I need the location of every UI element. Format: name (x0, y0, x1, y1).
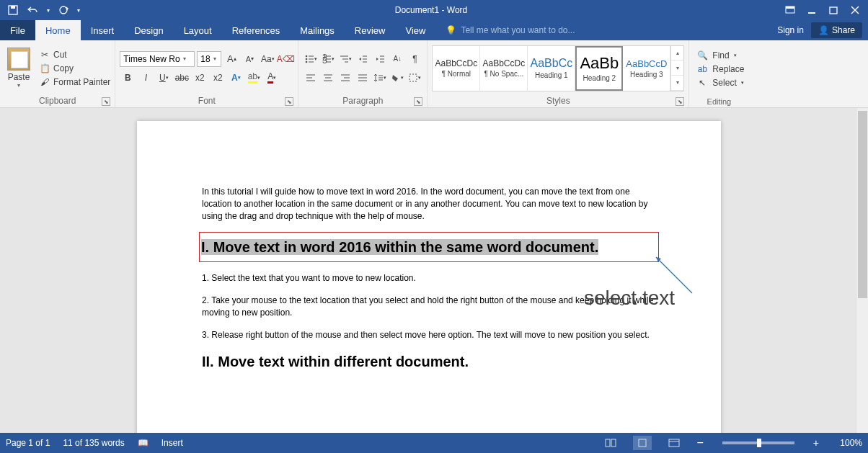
underline-button[interactable]: U▾ (156, 70, 172, 86)
text-effects-button[interactable]: A▾ (228, 70, 244, 86)
cut-button[interactable]: ✂Cut (39, 49, 110, 60)
align-right-button[interactable] (337, 70, 353, 86)
tell-me-search[interactable]: 💡 Tell me what you want to do... (435, 20, 575, 40)
style-item-2[interactable]: AaBbCcHeading 1 (528, 46, 575, 91)
spellcheck-icon[interactable]: 📖 (138, 438, 149, 448)
page[interactable]: In this tutorial I will guide how to mov… (137, 121, 721, 433)
tab-review[interactable]: Review (345, 20, 396, 40)
vertical-scrollbar[interactable] (856, 108, 868, 433)
font-color-button[interactable]: A▾ (264, 70, 280, 86)
font-dialog-launcher[interactable]: ⬊ (285, 97, 293, 106)
document-area[interactable]: In this tutorial I will guide how to mov… (0, 108, 868, 433)
svg-text:3: 3 (322, 55, 327, 64)
word-count[interactable]: 11 of 135 words (63, 438, 124, 448)
grow-font-button[interactable]: A▴ (223, 51, 239, 67)
undo-dropdown-icon[interactable]: ▾ (45, 1, 52, 19)
share-label: Share (832, 25, 855, 35)
share-icon: 👤 (818, 25, 829, 35)
styles-dialog-launcher[interactable]: ⬊ (676, 97, 684, 106)
save-icon[interactable] (4, 1, 22, 19)
shrink-font-button[interactable]: A▾ (242, 51, 257, 67)
change-case-button[interactable]: Aa▾ (260, 51, 275, 67)
doc-paragraph[interactable]: 1. Select the text that you want to move… (202, 272, 656, 284)
borders-button[interactable]: ▾ (407, 70, 422, 86)
zoom-slider-thumb[interactable] (757, 439, 761, 447)
copy-button[interactable]: 📋Copy (39, 63, 110, 74)
svg-rect-49 (639, 439, 646, 447)
increase-indent-button[interactable] (372, 51, 388, 67)
subscript-button[interactable]: x2 (192, 70, 208, 86)
qat-customize-icon[interactable]: ▾ (75, 1, 82, 19)
page-count[interactable]: Page 1 of 1 (6, 438, 50, 448)
numbering-button[interactable]: 123▾ (320, 51, 336, 67)
font-size-select[interactable]: 18▾ (197, 51, 221, 67)
tell-me-placeholder: Tell me what you want to do... (461, 25, 575, 35)
tab-view[interactable]: View (395, 20, 435, 40)
highlight-color-button[interactable]: ab▾ (246, 70, 262, 86)
close-icon[interactable] (845, 1, 865, 19)
read-mode-button[interactable] (601, 436, 620, 450)
print-layout-button[interactable] (633, 436, 652, 450)
undo-icon[interactable] (25, 1, 42, 19)
tab-insert[interactable]: Insert (81, 20, 125, 40)
maximize-icon[interactable] (823, 1, 843, 19)
style-item-3[interactable]: AaBbHeading 2 (575, 46, 623, 91)
share-button[interactable]: 👤 Share (811, 22, 862, 38)
tab-references[interactable]: References (222, 20, 290, 40)
decrease-indent-button[interactable] (355, 51, 371, 67)
tab-design[interactable]: Design (124, 20, 173, 40)
svg-point-11 (306, 58, 308, 60)
align-left-button[interactable] (303, 70, 319, 86)
annotation-label: select text (584, 287, 675, 310)
show-marks-button[interactable]: ¶ (407, 51, 422, 67)
sort-button[interactable]: A↓ (389, 51, 405, 67)
multilevel-list-button[interactable]: ▾ (337, 51, 353, 67)
tab-file[interactable]: File (0, 20, 35, 40)
doc-paragraph[interactable]: 3. Release right button of the mouse and… (202, 329, 656, 341)
style-item-1[interactable]: AaBbCcDc¶ No Spac... (480, 46, 528, 91)
tab-mailings[interactable]: Mailings (290, 20, 345, 40)
font-name-select[interactable]: Times New Ro▾ (120, 51, 195, 67)
align-center-button[interactable] (320, 70, 336, 86)
style-item-0[interactable]: AaBbCcDc¶ Normal (433, 46, 480, 91)
clipboard-dialog-launcher[interactable]: ⬊ (102, 97, 110, 106)
italic-button[interactable]: I (138, 70, 154, 86)
zoom-in-button[interactable]: + (813, 437, 819, 449)
find-button[interactable]: 🔍Find▾ (696, 50, 744, 61)
line-spacing-button[interactable]: ▾ (372, 70, 388, 86)
style-label: Heading 3 (630, 71, 663, 79)
strikethrough-button[interactable]: abc (174, 70, 190, 86)
scrollbar-thumb[interactable] (858, 111, 867, 298)
tab-layout[interactable]: Layout (174, 20, 222, 40)
bullets-button[interactable]: ▾ (303, 51, 319, 67)
minimize-icon[interactable] (802, 1, 822, 19)
paste-dropdown-icon[interactable]: ▾ (17, 82, 20, 89)
replace-button[interactable]: abReplace (696, 63, 744, 75)
select-button[interactable]: ↖Select▾ (696, 77, 744, 89)
svg-rect-1 (11, 6, 15, 9)
zoom-out-button[interactable]: − (696, 436, 703, 449)
justify-button[interactable] (355, 70, 371, 86)
tab-home[interactable]: Home (35, 20, 81, 40)
format-painter-button[interactable]: 🖌Format Painter (39, 76, 110, 88)
shading-button[interactable]: ▾ (389, 70, 405, 86)
zoom-level[interactable]: 100% (832, 438, 862, 448)
ribbon-display-options-icon[interactable] (780, 1, 800, 19)
sign-in-link[interactable]: Sign in (777, 25, 804, 35)
paragraph-dialog-launcher[interactable]: ⬊ (414, 97, 422, 106)
zoom-slider[interactable] (722, 441, 794, 444)
redo-icon[interactable] (55, 1, 72, 19)
superscript-button[interactable]: x2 (210, 70, 226, 86)
paste-button[interactable]: Paste ▾ (4, 48, 33, 89)
insert-mode[interactable]: Insert (161, 438, 183, 448)
group-paragraph: ▾ 123▾ ▾ A↓ ¶ ▾ ▾ ▾ P (298, 40, 428, 107)
doc-paragraph[interactable]: In this tutorial I will guide how to mov… (202, 186, 656, 222)
web-layout-button[interactable] (665, 436, 683, 450)
doc-heading-selected[interactable]: I. Move text in word 2016 within the sam… (201, 239, 598, 255)
style-item-4[interactable]: AaBbCcDHeading 3 (623, 46, 670, 91)
bold-button[interactable]: B (120, 70, 136, 86)
styles-more-button[interactable]: ▴▾▾ (670, 46, 683, 91)
clear-formatting-button[interactable]: A⌫ (278, 51, 293, 67)
svg-rect-4 (786, 6, 794, 9)
doc-heading[interactable]: II. Move text within different document. (202, 351, 656, 372)
